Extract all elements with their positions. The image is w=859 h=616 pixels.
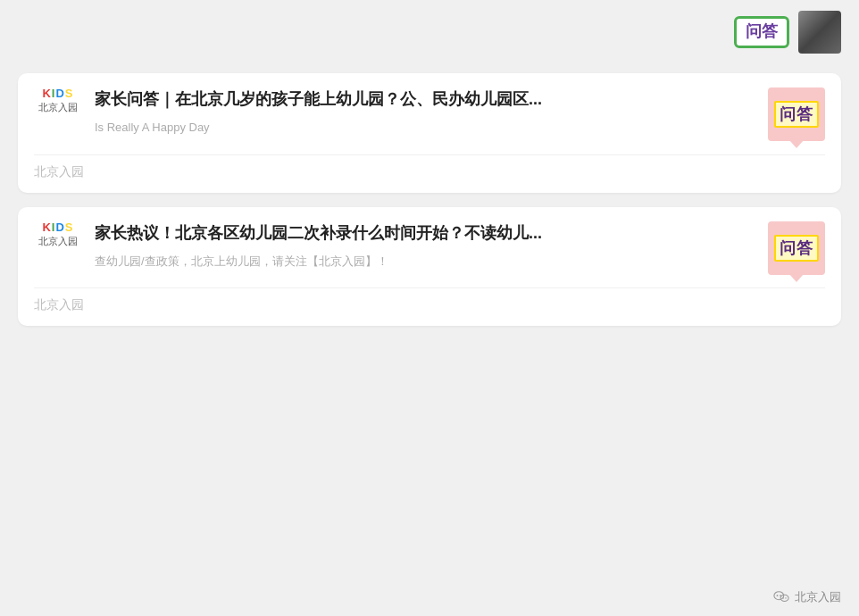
article-subtitle-2: 查幼儿园/查政策，北京上幼儿园，请关注【北京入园】！ (95, 253, 825, 271)
article-title-2: 家长热议！北京各区幼儿园二次补录什么时间开始？不读幼儿... (95, 221, 825, 246)
qa-badge-top[interactable]: 问答 (734, 16, 789, 48)
qa-badge-img-2: 问答 (768, 221, 825, 275)
qa-badge-inline-1: 问答 (768, 87, 825, 141)
kids-logo-1: KIDS (42, 87, 73, 99)
logo-sub-2: 北京入园 (38, 235, 78, 248)
svg-point-4 (783, 597, 784, 598)
logo-d: D (55, 87, 64, 100)
bottom-bar: 北京入园 (773, 589, 841, 605)
logo-block-2: KIDS 北京入园 (34, 221, 82, 248)
qa-badge-inline-2: 问答 (768, 221, 825, 275)
card-top-1: KIDS 北京入园 家长问答｜在北京几岁的孩子能上幼儿园？公、民办幼儿园区...… (34, 87, 825, 142)
card-footer-1: 北京入园 (34, 154, 825, 180)
article-card-1[interactable]: KIDS 北京入园 家长问答｜在北京几岁的孩子能上幼儿园？公、民办幼儿园区...… (18, 73, 841, 193)
logo-s: S (65, 87, 74, 100)
logo-k: K (42, 87, 51, 100)
svg-point-3 (780, 595, 788, 601)
card-top-2: KIDS 北京入园 家长热议！北京各区幼儿园二次补录什么时间开始？不读幼儿...… (34, 221, 825, 276)
qa-badge-img-1: 问答 (768, 87, 825, 141)
qa-pixel-text-1: 问答 (774, 101, 819, 128)
card-body-1: 家长问答｜在北京几岁的孩子能上幼儿园？公、民办幼儿园区... Is Really… (95, 87, 825, 142)
logo-block-1: KIDS 北京入园 (34, 87, 82, 114)
bottom-bar-label: 北京入园 (795, 589, 841, 605)
top-bar: 问答 (0, 0, 859, 64)
article-title-1: 家长问答｜在北京几岁的孩子能上幼儿园？公、民办幼儿园区... (95, 87, 825, 112)
logo-k-2: K (42, 221, 51, 234)
article-subtitle-1: Is Really A Happy Day (95, 119, 825, 137)
kids-logo-2: KIDS (42, 221, 73, 233)
card-body-2: 家长热议！北京各区幼儿园二次补录什么时间开始？不读幼儿... 查幼儿园/查政策，… (95, 221, 825, 276)
logo-sub-1: 北京入园 (38, 101, 78, 114)
svg-point-5 (785, 597, 786, 598)
wechat-icon (773, 589, 789, 605)
logo-s-2: S (65, 221, 74, 234)
qa-pixel-text-2: 问答 (774, 235, 819, 262)
svg-point-1 (777, 595, 779, 596)
card-footer-2: 北京入园 (34, 287, 825, 313)
article-card-2[interactable]: KIDS 北京入园 家长热议！北京各区幼儿园二次补录什么时间开始？不读幼儿...… (18, 207, 841, 327)
user-avatar[interactable] (798, 11, 841, 54)
main-content: KIDS 北京入园 家长问答｜在北京几岁的孩子能上幼儿园？公、民办幼儿园区...… (0, 64, 859, 335)
logo-d-2: D (55, 221, 64, 234)
